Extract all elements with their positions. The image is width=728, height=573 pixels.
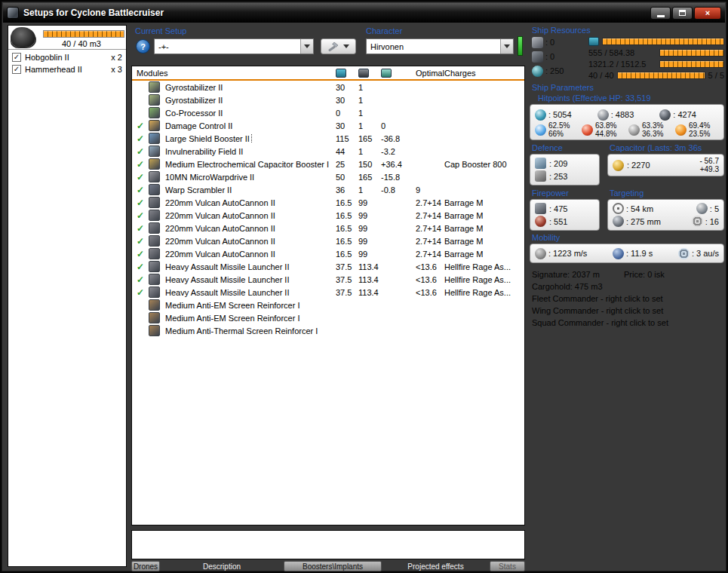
- module-row[interactable]: Gyrostabilizer II301: [132, 81, 524, 93]
- volley-icon: [535, 203, 546, 214]
- drone-list-item[interactable]: ✓Hammerhead IIx 3: [8, 63, 126, 75]
- module-name: Heavy Assault Missile Launcher II: [164, 288, 290, 297]
- capacitor-drain-value: - 56.7: [699, 157, 719, 165]
- module-row[interactable]: Co-Processor II01: [132, 106, 524, 119]
- module-name: Invulnerability Field II: [164, 147, 244, 156]
- fleet-commander-setter[interactable]: Fleet Commander - right click to set: [532, 294, 663, 304]
- shield-recharge-icon: [535, 158, 546, 169]
- cpu-column-icon: [336, 69, 346, 78]
- module-row[interactable]: Medium Anti-Thermal Screen Reinforcer I: [132, 324, 524, 337]
- module-row[interactable]: ✓Large Shield Booster II115165-36.8: [132, 132, 524, 145]
- module-charge-value: Barrage M: [444, 198, 524, 207]
- module-row[interactable]: ✓220mm Vulcan AutoCannon II16.5992.7+14B…: [132, 196, 524, 209]
- wing-commander-setter[interactable]: Wing Commander - right click to set: [532, 306, 663, 316]
- setup-select[interactable]: -+-: [154, 38, 314, 54]
- character-select-arrow[interactable]: [500, 39, 513, 54]
- module-optimal-value: <13.6: [416, 275, 444, 284]
- drone-checkbox[interactable]: ✓: [12, 53, 21, 62]
- module-row[interactable]: ✓Warp Scrambler II361-0.89: [132, 183, 524, 196]
- tab-projected-effects[interactable]: Projected effects: [382, 561, 490, 571]
- title-bar[interactable]: Setups for Cyclone Battlecruiser ×: [3, 3, 725, 23]
- firepower-dps-value: : 551: [549, 217, 567, 226]
- tools-button[interactable]: [321, 38, 356, 54]
- module-row[interactable]: ✓220mm Vulcan AutoCannon II16.5992.7+14B…: [132, 222, 524, 234]
- drone-bay-panel: 40 / 40 m3 ✓Hobgoblin IIx 2✓Hammerhead I…: [8, 25, 127, 567]
- drone-list: ✓Hobgoblin IIx 2✓Hammerhead IIx 3: [8, 50, 126, 75]
- hitpoints-label: Hitpoints (Effective HP: 33,519: [538, 93, 726, 103]
- module-cpu-value: 37.5: [336, 275, 358, 284]
- drone-list-item[interactable]: ✓Hobgoblin IIx 2: [8, 51, 126, 63]
- close-button[interactable]: ×: [694, 7, 721, 20]
- module-icon: [149, 184, 160, 195]
- ship-resources-title: Ship Resources: [532, 26, 726, 35]
- module-cpu-value: 37.5: [336, 262, 358, 271]
- module-icon: [149, 325, 160, 336]
- module-icon: [149, 107, 160, 118]
- character-select[interactable]: Hirvonen: [366, 38, 514, 54]
- module-row[interactable]: Medium Anti-EM Screen Reinforcer I: [132, 311, 524, 324]
- tab-description[interactable]: Description: [160, 561, 284, 571]
- module-powergrid-value: 1: [358, 83, 381, 92]
- targeting-range-icon: [613, 203, 624, 214]
- module-name-cell: Warp Scrambler II: [164, 185, 336, 195]
- module-name: 220mm Vulcan AutoCannon II: [164, 237, 277, 246]
- em-resist-top: 62.5%: [548, 121, 570, 130]
- armor-hp-value: : 4883: [611, 110, 634, 119]
- dronebay-usage-bar: [617, 72, 705, 79]
- module-name-cell: 220mm Vulcan AutoCannon II: [164, 250, 336, 259]
- ship-stats-panel: Ship Resources : 0 : 0 : 250 555 / 584.3…: [528, 25, 726, 567]
- module-row[interactable]: ✓220mm Vulcan AutoCannon II16.5992.7+14B…: [132, 209, 524, 222]
- module-row[interactable]: Gyrostabilizer II301: [132, 93, 524, 106]
- tab-boosters-implants[interactable]: Boosters\Implants: [284, 561, 382, 571]
- explosive-resist-icon: [675, 124, 687, 136]
- module-name-cell: 10MN MicroWarpdrive II: [164, 173, 336, 182]
- drone-name: Hammerhead II: [25, 65, 82, 74]
- bottom-tabs: DronesDescriptionBoosters\ImplantsProjec…: [131, 561, 525, 571]
- module-powergrid-value: 1: [358, 185, 381, 195]
- explosive-resist-bottom: 23.5%: [689, 130, 710, 138]
- module-name: Medium Anti-EM Screen Reinforcer I: [164, 301, 302, 310]
- module-cap-value: -3.2: [381, 147, 416, 156]
- kinetic-resist-top: 63.3%: [642, 121, 663, 130]
- squad-commander-setter[interactable]: Squad Commander - right click to set: [532, 318, 668, 328]
- module-name-cell: Gyrostabilizer II: [164, 96, 336, 105]
- drone-checkbox[interactable]: ✓: [12, 65, 21, 74]
- tab-drones[interactable]: Drones: [131, 561, 160, 571]
- module-optimal-value: 9: [416, 185, 444, 195]
- module-active-icon: ✓: [137, 250, 149, 259]
- em-resist-icon: [535, 124, 546, 136]
- module-name: 220mm Vulcan AutoCannon II: [164, 198, 277, 207]
- module-name: 220mm Vulcan AutoCannon II: [164, 250, 277, 259]
- module-name: Warp Scrambler II: [164, 185, 233, 195]
- module-row[interactable]: ✓10MN MicroWarpdrive II50165-15.8: [132, 170, 524, 183]
- module-row[interactable]: ✓220mm Vulcan AutoCannon II16.5992.7+14B…: [132, 247, 524, 260]
- capacitor-label: Capacitor (Lasts: 3m 36s: [610, 143, 726, 153]
- module-row[interactable]: ✓Heavy Assault Missile Launcher II37.511…: [132, 286, 524, 299]
- module-row[interactable]: ✓Invulnerability Field II441-3.2: [132, 145, 524, 158]
- module-row[interactable]: ✓220mm Vulcan AutoCannon II16.5992.7+14B…: [132, 234, 524, 247]
- module-name: Gyrostabilizer II: [164, 83, 224, 92]
- setup-select-arrow[interactable]: [300, 39, 313, 54]
- maximize-button[interactable]: [672, 7, 693, 20]
- module-cpu-value: 16.5: [336, 237, 358, 246]
- cpu-icon: [588, 37, 599, 46]
- module-row[interactable]: ✓Medium Electrochemical Capacitor Booste…: [132, 158, 524, 170]
- module-row[interactable]: Medium Anti-EM Screen Reinforcer I: [132, 299, 524, 311]
- module-name: 10MN MicroWarpdrive II: [164, 173, 256, 182]
- module-name-cell: 220mm Vulcan AutoCannon II: [164, 211, 336, 220]
- module-row[interactable]: ✓Damage Control II3010: [132, 119, 524, 132]
- hull-icon: [659, 109, 671, 121]
- window-title: Setups for Cyclone Battlecruiser: [23, 8, 164, 18]
- help-button[interactable]: ?: [136, 39, 150, 54]
- tab-stats[interactable]: Stats: [490, 561, 525, 571]
- maximize-icon: [679, 10, 686, 16]
- module-row[interactable]: ✓Heavy Assault Missile Launcher II37.511…: [132, 260, 524, 273]
- module-optimal-value: 2.7+14: [416, 224, 444, 233]
- module-row[interactable]: ✓Heavy Assault Missile Launcher II37.511…: [132, 273, 524, 286]
- module-cap-value: -36.8: [381, 134, 416, 143]
- module-name: Medium Electrochemical Capacitor Booster…: [164, 160, 330, 169]
- mobility-label: Mobility: [532, 233, 726, 243]
- module-charge-value: Barrage M: [444, 237, 524, 246]
- module-name: Large Shield Booster II: [164, 134, 251, 143]
- minimize-button[interactable]: [650, 7, 671, 20]
